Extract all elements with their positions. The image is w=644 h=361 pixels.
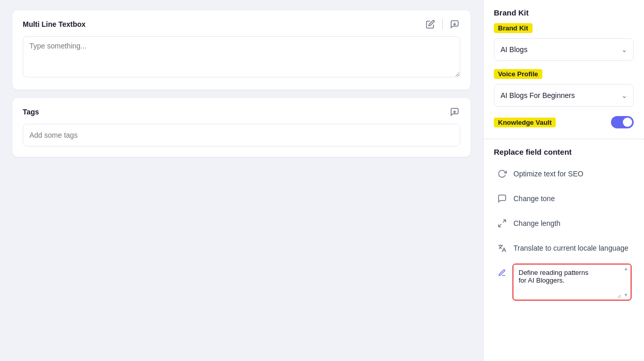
add-tag-icon-button[interactable] (449, 106, 460, 118)
resize-handle-icon: ⊿ (617, 293, 621, 299)
tags-actions (449, 106, 460, 118)
knowledge-vault-badge: Knowledge Vault (494, 118, 556, 127)
seo-label: Optimize text for SEO (513, 170, 583, 178)
svg-line-5 (498, 224, 501, 227)
length-label: Change length (513, 219, 560, 227)
voice-profile-badge: Voice Profile (494, 69, 542, 79)
multiline-actions (425, 19, 460, 30)
right-panel: Brand Kit Brand Kit AI Blogs AI Blogs Fo… (483, 0, 644, 361)
tone-label: Change tone (513, 194, 555, 203)
multiline-label: Multi Line Textbox (23, 20, 86, 28)
tags-input[interactable] (23, 124, 460, 146)
chat-icon (496, 192, 508, 205)
brand-kit-title: Brand Kit (494, 8, 634, 17)
add-comment-icon-button[interactable] (449, 19, 460, 30)
knowledge-vault-toggle[interactable] (611, 116, 634, 128)
seo-action-item[interactable]: Optimize text for SEO (494, 162, 634, 185)
knowledge-vault-row: Knowledge Vault (494, 114, 634, 130)
refresh-icon (496, 168, 508, 180)
brand-kit-badge: Brand Kit (494, 23, 533, 33)
brand-kit-dropdown[interactable]: AI Blogs AI Blogs For Beginners (494, 38, 634, 61)
length-action-item[interactable]: Change length (494, 212, 634, 235)
translate-label: Translate to current locale language (513, 244, 629, 252)
tags-label: Tags (23, 108, 39, 116)
brand-kit-section: Brand Kit Brand Kit AI Blogs AI Blogs Fo… (484, 0, 644, 139)
left-panel: Multi Line Textbox (0, 0, 483, 361)
voice-profile-dropdown[interactable]: AI Blogs For Beginners (494, 84, 634, 107)
edit-icon-button[interactable] (425, 19, 436, 30)
replace-title: Replace field content (494, 147, 634, 156)
brand-kit-select-wrapper: AI Blogs AI Blogs For Beginners ⌄ (494, 38, 634, 61)
replace-section: Replace field content Optimize text for … (484, 139, 644, 311)
translate-icon (496, 242, 508, 254)
multiline-input[interactable] (23, 36, 460, 77)
tags-card: Tags (12, 98, 471, 157)
scroll-up-icon: ▲ (624, 267, 629, 271)
voice-profile-select-wrapper: AI Blogs For Beginners ⌄ (494, 84, 634, 107)
translate-action-item[interactable]: Translate to current locale language (494, 237, 634, 259)
resize-icon (496, 217, 508, 229)
pencil-icon (496, 267, 508, 279)
svg-line-4 (503, 220, 506, 222)
vertical-divider (442, 19, 443, 29)
multiline-header: Multi Line Textbox (23, 19, 460, 30)
custom-textarea[interactable]: Define reading patterns for AI Bloggers. (513, 265, 631, 298)
multiline-textbox-card: Multi Line Textbox (12, 10, 471, 90)
custom-textarea-wrapper: Define reading patterns for AI Bloggers.… (512, 264, 632, 301)
scroll-down-icon: ▼ (624, 293, 629, 298)
textarea-scrollbar: ▲ ▼ (622, 266, 630, 299)
custom-input-row: Define reading patterns for AI Bloggers.… (494, 261, 634, 303)
tone-action-item[interactable]: Change tone (494, 187, 634, 210)
tags-header: Tags (23, 106, 460, 118)
